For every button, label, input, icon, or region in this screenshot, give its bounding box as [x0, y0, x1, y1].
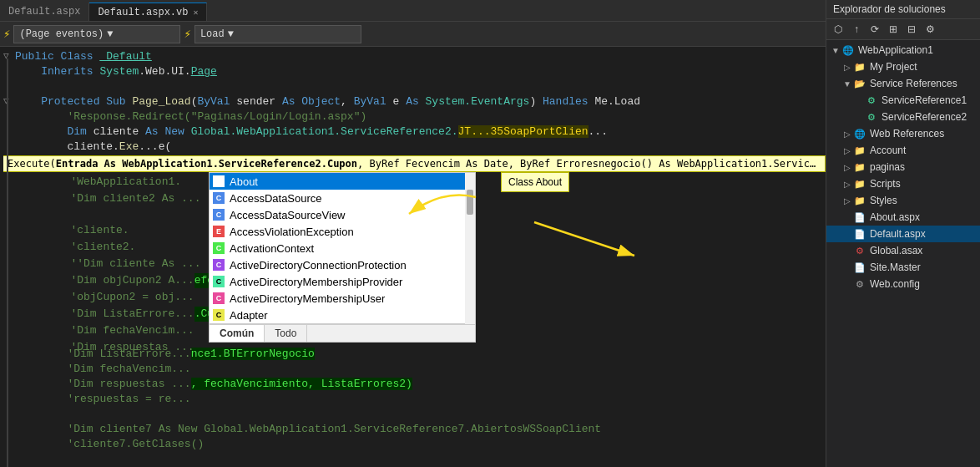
class-icon: C [213, 175, 225, 187]
code-line [0, 80, 826, 95]
autocomplete-item-activationcontext[interactable]: C ActivationContext [210, 240, 465, 256]
folder-icon: 📁 [853, 194, 866, 207]
item-label: ActiveDirectoryMembershipUser [230, 292, 385, 305]
se-label: Default.aspx [870, 228, 926, 240]
se-item-myproject[interactable]: ▷ 📁 My Project [826, 58, 980, 75]
autocomplete-item-accessviolationexception[interactable]: E AccessViolationException [210, 223, 465, 240]
code-line: Dim cliente As New Global.WebApplication… [0, 125, 826, 140]
webref-icon: 🌐 [853, 127, 866, 140]
code-line [0, 408, 826, 423]
exception-icon: E [213, 226, 225, 237]
code-line: 'Dim cliente7 As New Global.WebApplicati… [0, 423, 826, 438]
autocomplete-item-accessdatasourceview[interactable]: C AccessDataSourceView [210, 206, 465, 223]
autocomplete-item-admu[interactable]: C ActiveDirectoryMembershipUser [210, 290, 465, 307]
autocomplete-item-accessdatasource[interactable]: C AccessDataSource [210, 190, 465, 206]
chevron-down-icon: ▼ [107, 28, 113, 40]
se-label: Web.config [870, 278, 920, 290]
se-tool-btn-4[interactable]: ⊞ [885, 21, 902, 38]
tab-default-aspx[interactable]: Default.aspx [0, 3, 89, 21]
expand-icon: ▼ [830, 46, 841, 55]
se-item-site-master[interactable]: 📄 Site.Master [826, 259, 980, 276]
code-line: 'respuestas = re... [0, 393, 826, 408]
aspx-icon: 📄 [853, 227, 866, 241]
se-item-service-references[interactable]: ▼ 📂 Service References [826, 75, 980, 92]
class-icon: C [213, 192, 225, 204]
expand-icon: ▼ [841, 79, 853, 89]
folder-icon: 📁 [853, 177, 866, 190]
item-label: AccessViolationException [230, 226, 354, 238]
scroll-thumb [467, 190, 473, 215]
autocomplete-container: 'WebApplication1. 'Dim cliente2 As ... '… [0, 172, 826, 348]
se-tool-btn-5[interactable]: ⊟ [903, 21, 920, 38]
lightning-icon-right: ⚡ [184, 27, 190, 41]
page-events-dropdown[interactable]: (Page eventos) ▼ [13, 25, 180, 43]
class-icon: C [213, 292, 225, 304]
master-icon: 📄 [853, 261, 866, 274]
code-line: Inherits System.Web.UI.Page [0, 65, 826, 80]
code-editor: ▽ Public Class _Default Inherits System.… [0, 47, 826, 467]
scrollbar[interactable] [465, 173, 475, 324]
item-label: AccessDataSourceView [230, 209, 346, 221]
expand-icon: ▷ [841, 146, 853, 155]
code-line: 'Response.Redirect("Paginas/Login/Login.… [0, 110, 826, 125]
class-about-tooltip: Class About [501, 172, 569, 192]
tab-common[interactable]: Común [210, 325, 265, 342]
load-dropdown[interactable]: Load ▼ [194, 25, 361, 43]
class-icon: C [213, 242, 225, 254]
se-tool-btn-1[interactable]: ⬡ [830, 21, 846, 38]
autocomplete-item-adapter[interactable]: C Adapter [210, 307, 465, 323]
se-label: ServiceReference2 [881, 111, 967, 123]
se-item-webapplication1[interactable]: ▼ 🌐 WebApplication1 [826, 42, 980, 58]
expand-icon: ▷ [841, 129, 853, 139]
tab-all[interactable]: Todo [265, 325, 307, 342]
svcref-icon: ⚙ [865, 110, 878, 124]
code-line: 'Dim fechaVencim... [0, 363, 826, 378]
se-item-global-asax[interactable]: ⚙ Global.asax [826, 242, 980, 259]
folder-icon: 📁 [853, 144, 866, 157]
code-line: 'Dim respuestas ..., fechaVencimiento, L… [0, 378, 826, 393]
se-item-web-references[interactable]: ▷ 🌐 Web References [826, 125, 980, 142]
code-line: 'cliente7.GetClases() [0, 438, 826, 453]
item-label: ActivationContext [230, 242, 314, 255]
se-item-paginas[interactable]: ▷ 📁 paginas [826, 159, 980, 175]
item-label: AccessDataSource [230, 192, 322, 205]
autocomplete-item-admp[interactable]: C ActiveDirectoryMembershipProvider [210, 273, 465, 290]
autocomplete-item-adcp[interactable]: C ActiveDirectoryConnectionProtection [210, 256, 465, 273]
se-label: Styles [870, 195, 897, 206]
se-label: Web References [870, 128, 944, 140]
se-item-serviceref1[interactable]: ⚙ ServiceReference1 [826, 92, 980, 109]
se-tool-btn-2[interactable]: ↑ [848, 21, 865, 38]
se-item-serviceref2[interactable]: ⚙ ServiceReference2 [826, 109, 980, 125]
se-label: Scripts [870, 178, 901, 190]
autocomplete-dropdown[interactable]: C About C AccessDataSource C AccessDataS… [209, 172, 476, 343]
se-tool-btn-3[interactable]: ⟳ [866, 21, 883, 38]
se-tree: ▼ 🌐 WebApplication1 ▷ 📁 My Project ▼ 📂 S… [826, 40, 980, 467]
code-line: ▽ Public Class _Default [0, 50, 826, 65]
autocomplete-item-about[interactable]: C About [210, 173, 465, 190]
se-label: Account [870, 145, 906, 156]
chevron-down-icon-2: ▼ [228, 28, 234, 40]
se-item-styles[interactable]: ▷ 📁 Styles [826, 192, 980, 209]
se-item-default-aspx[interactable]: 📄 Default.aspx [826, 226, 980, 242]
se-item-about-aspx[interactable]: 📄 About.aspx [826, 209, 980, 226]
expand-icon: ▷ [841, 63, 853, 72]
se-label: ServiceReference1 [881, 94, 967, 106]
se-item-web-config[interactable]: ⚙ Web.config [826, 276, 980, 292]
lightning-icon-left: ⚡ [3, 27, 10, 41]
myproject-icon: 📁 [853, 60, 866, 74]
autocomplete-footer: Común Todo [210, 324, 475, 342]
project-icon: 🌐 [841, 43, 855, 57]
se-label: My Project [870, 61, 917, 73]
se-item-scripts[interactable]: ▷ 📁 Scripts [826, 175, 980, 192]
se-tool-btn-6[interactable]: ⚙ [922, 21, 938, 38]
se-item-account[interactable]: ▷ 📁 Account [826, 142, 980, 159]
parameter-tooltip: Execute(Entrada As WebApplication1.Servi… [0, 155, 826, 172]
se-label: WebApplication1 [858, 44, 933, 56]
tooltip-bold-param: Entrada As WebApplication1.ServiceRefere… [56, 158, 357, 170]
tab-default-aspx-vb[interactable]: Default.aspx.vb ✕ [89, 3, 207, 21]
se-toolbar: ⬡ ↑ ⟳ ⊞ ⊟ ⚙ [826, 19, 980, 40]
load-label: Load [200, 28, 225, 40]
autocomplete-list: C About C AccessDataSource C AccessDataS… [210, 173, 465, 324]
expand-icon: ▷ [841, 163, 853, 172]
close-icon[interactable]: ✕ [193, 8, 198, 18]
